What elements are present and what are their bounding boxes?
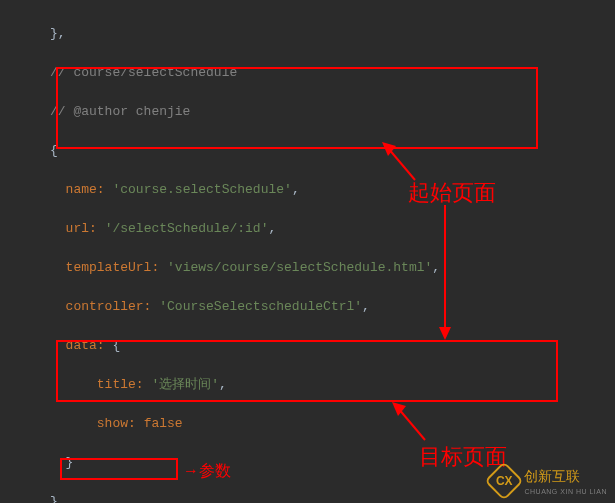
code-line: show: false bbox=[50, 414, 615, 434]
watermark-brand: 创新互联 bbox=[524, 466, 607, 487]
code-line: { bbox=[50, 141, 615, 161]
watermark-logo-icon: CX bbox=[485, 461, 525, 501]
watermark: CX 创新互联 CHUANG XIN HU LIAN bbox=[490, 466, 607, 498]
code-line: // @author chenjie bbox=[50, 102, 615, 122]
code-line: // course/selectSchedule bbox=[50, 63, 615, 83]
code-line: data: { bbox=[50, 336, 615, 356]
code-line: url: '/selectSchedule/:id', bbox=[50, 219, 615, 239]
code-editor[interactable]: }, // course/selectSchedule // @author c… bbox=[0, 0, 615, 503]
code-line: templateUrl: 'views/course/selectSchedul… bbox=[50, 258, 615, 278]
code-line: }, bbox=[50, 24, 615, 44]
code-line: name: 'course.selectSchedule', bbox=[50, 180, 615, 200]
code-line: title: '选择时间', bbox=[50, 375, 615, 395]
watermark-sub: CHUANG XIN HU LIAN bbox=[524, 487, 607, 498]
code-line: controller: 'CourseSelectscheduleCtrl', bbox=[50, 297, 615, 317]
